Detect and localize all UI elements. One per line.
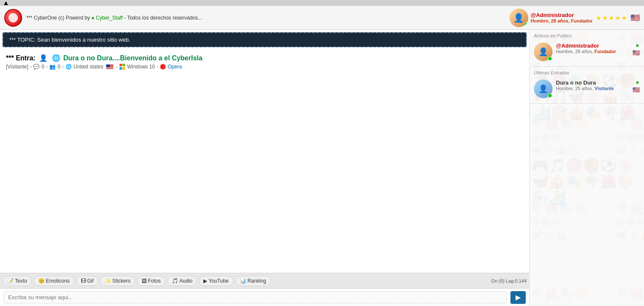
bottom-toolbar: 📝 Texto 😊 Emoticons 🎞 Gif ✨ Stickers 🖼 <box>0 273 529 288</box>
meta-sep5: - <box>157 64 158 70</box>
meta-browser: Opera <box>168 64 182 70</box>
emoticons-button[interactable]: 😊 Emoticons <box>34 276 74 286</box>
fotos-icon: 🖼 <box>142 278 147 284</box>
meta-friends: 0 <box>57 64 60 70</box>
entry-prefix: *** Entra: <box>6 54 35 62</box>
us-flag-icon <box>106 64 114 69</box>
right-sidebar: 🌴🌺🎭🎨⚽🏀🎮🎵🦋🌸🎪🎠🏄🎯🎪🎭🌴🌺 🎮🎵🎯🏀⚽🌸🦋🎪🎭🌴🌺🎨🎠🏄 Activo… <box>529 30 644 306</box>
fotos-button[interactable]: 🖼 Fotos <box>137 276 165 286</box>
meta-sep4: - <box>116 64 118 70</box>
entry-title: *** Entra: 👤 🌐 Dura o no Dura....Bienven… <box>6 54 523 62</box>
admin-card-details: Hombre, 28 años, Fundador <box>556 49 629 54</box>
windows-icon <box>120 64 125 70</box>
admin-role-badge: Fundador <box>571 18 593 23</box>
admin-card-name: @Administrador <box>556 42 629 49</box>
star-4: ★ <box>615 14 621 21</box>
texto-icon: 📝 <box>7 278 14 284</box>
entries-section: Últimas Entradas 👤 Dura o no Dura Hombre… <box>530 67 644 104</box>
chat-messages-area <box>0 74 529 273</box>
entry-message: *** Entra: 👤 🌐 Dura o no Dura....Bienven… <box>0 50 529 74</box>
visitor-sidebar-flag: 🇺🇸 <box>633 86 640 93</box>
admin-card-role: Fundador <box>595 49 616 54</box>
main-chat: *** TOPIC: Sean bienvenidos a nuestro si… <box>0 30 529 306</box>
stickers-button[interactable]: ✨ Stickers <box>100 276 135 286</box>
texto-button[interactable]: 📝 Texto <box>3 276 32 286</box>
meta-location: United states <box>74 64 103 70</box>
visitor-card-name: Dura o no Dura <box>556 79 629 86</box>
stickers-icon: ✨ <box>105 278 111 284</box>
gif-icon: 🎞 <box>81 278 86 284</box>
admin-user-card: 👤 @Administrador Hombre, 28 años, Fundad… <box>534 41 640 63</box>
active-label: Activos en Público <box>534 33 640 38</box>
star-3: ★ <box>609 14 614 21</box>
gif-button[interactable]: 🎞 Gif <box>76 276 98 286</box>
texto-label: Texto <box>15 278 27 284</box>
visitor-card-info: Dura o no Dura Hombre, 25 años, Visitant… <box>556 79 629 91</box>
admin-flag-icon: 🇺🇸 <box>630 13 640 23</box>
meta-messages: 0 <box>41 64 44 70</box>
star-2: ★ <box>602 14 608 21</box>
meta-os: Windows 10 <box>127 64 155 70</box>
user-icon: 👤 <box>39 54 48 62</box>
admin-sidebar-flag: 🇺🇸 <box>633 49 640 56</box>
visitor-user-card: 👤 Dura o no Dura Hombre, 25 años, Visita… <box>534 78 640 100</box>
audio-label: Audio <box>180 278 193 284</box>
admin-avatar: 👤 <box>510 8 528 27</box>
visitor-avatar: 👤 <box>534 79 553 98</box>
meta-sep3: - <box>62 64 64 70</box>
send-icon: ▶ <box>516 293 521 301</box>
visitor-online-dot <box>548 94 552 98</box>
message-input[interactable] <box>3 291 507 303</box>
top-collapse-bar[interactable]: ▲ <box>0 0 644 6</box>
youtube-icon: ▶ <box>203 278 207 284</box>
ranking-button[interactable]: 📊 Ranking <box>235 276 271 286</box>
emoticons-icon: 😊 <box>38 278 45 284</box>
admin-info: @Administrador Hombre, 28 años, Fundador <box>531 12 593 23</box>
lag-info: On (0) Lag:0.144 <box>491 278 527 283</box>
admin-profile: 👤 @Administrador Hombre, 28 años, Fundad… <box>510 8 593 27</box>
admin-stars: ★ ★ ★ ★ ★ <box>596 14 627 21</box>
active-users-section: Activos en Público 👤 @Administrador Homb… <box>530 30 644 67</box>
header-right: 👤 @Administrador Hombre, 28 años, Fundad… <box>510 8 640 27</box>
friends-icon: 👥 <box>49 64 56 70</box>
sidebar-deco-2: 🎮🎵🎯🏀⚽🌸🦋🎪🎭🌴🌺🎨🎠🏄 <box>532 157 644 206</box>
staff-link[interactable]: ● Cyber_Staff <box>91 15 124 21</box>
copyright-text: *** CyberOne (c) Powerd by ● Cyber_Staff… <box>26 15 510 21</box>
emoticons-label: Emoticons <box>46 278 70 284</box>
location-icon: 🌐 <box>66 64 72 70</box>
stickers-label: Stickers <box>112 278 131 284</box>
visitor-card-details: Hombre, 25 años, Visitante <box>556 86 629 91</box>
ranking-icon: 📊 <box>240 278 246 284</box>
online-indicator <box>524 23 528 27</box>
visitor-card-right: ★ 🇺🇸 <box>633 79 640 93</box>
admin-online-dot <box>548 57 552 61</box>
input-area: ▶ <box>0 288 529 306</box>
fotos-label: Fotos <box>148 278 161 284</box>
youtube-button[interactable]: ▶ YouTube <box>199 276 233 286</box>
browser-link[interactable]: Opera <box>168 64 182 70</box>
audio-icon: 🎵 <box>172 278 178 284</box>
chat-icon: 💬 <box>33 64 40 70</box>
admin-role-text: Hombre, 28 años, Fundador <box>531 18 593 23</box>
send-button[interactable]: ▶ <box>510 291 526 304</box>
opera-icon <box>160 64 166 70</box>
gif-label: Gif <box>87 278 94 284</box>
visitor-sidebar-star: ★ <box>635 79 640 85</box>
topic-banner: *** TOPIC: Sean bienvenidos a nuestro si… <box>3 32 527 47</box>
header: *** CyberOne (c) Powerd by ● Cyber_Staff… <box>0 6 644 30</box>
meta-sep1: - <box>30 64 31 70</box>
star-1: ★ <box>596 14 601 21</box>
admin-card-info: @Administrador Hombre, 28 años, Fundador <box>556 42 629 54</box>
visitor-card-role: Visitante <box>595 86 614 91</box>
audio-button[interactable]: 🎵 Audio <box>167 276 197 286</box>
admin-username: @Administrador <box>531 12 593 18</box>
admin-card-right: ★ 🇺🇸 <box>633 42 640 56</box>
entry-link[interactable]: Dura o no Dura....Bienvenido a el CyberI… <box>63 54 202 62</box>
content-area: *** TOPIC: Sean bienvenidos a nuestro si… <box>0 30 644 306</box>
entries-label: Últimas Entradas <box>534 70 640 75</box>
entry-link-text: Dura o no Dura....Bienvenido a el CyberI… <box>63 54 202 62</box>
youtube-label: YouTube <box>208 278 228 284</box>
admin-sidebar-star: ★ <box>635 42 640 48</box>
ranking-label: Ranking <box>248 278 266 284</box>
topic-text: *** TOPIC: Sean bienvenidos a nuestro si… <box>9 37 130 43</box>
